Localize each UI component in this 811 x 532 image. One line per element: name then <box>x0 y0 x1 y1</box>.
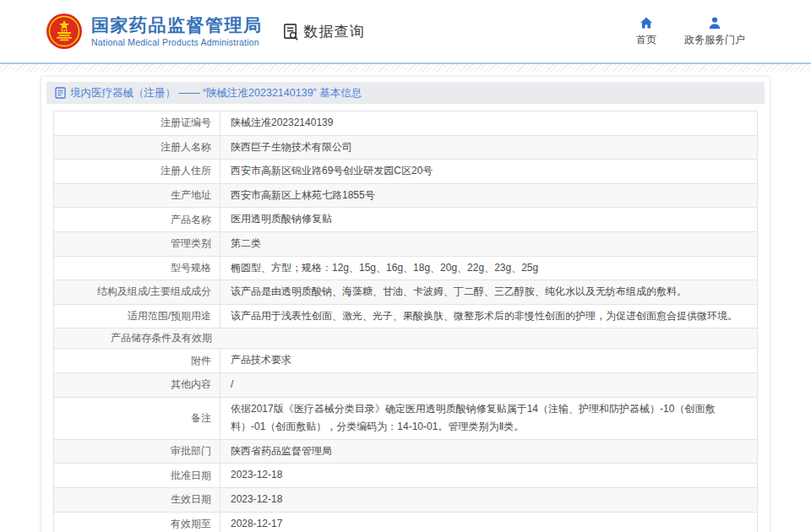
table-row-remark: 备注 依据2017版《医疗器械分类目录》确定医用透明质酸钠修复贴属于14（注输、… <box>54 398 757 440</box>
home-icon <box>640 16 653 30</box>
row-label: 注册人名称 <box>54 136 220 160</box>
row-label: 批准日期 <box>54 464 220 487</box>
org-name-en: National Medical Products Administration <box>91 37 263 47</box>
row-label: 结构及组成/主要组成成分 <box>54 280 220 304</box>
row-label: 附件 <box>54 349 220 372</box>
table-row: 其他内容 / <box>54 373 757 398</box>
table-row: 生效日期 2023-12-18 <box>54 488 757 513</box>
user-icon <box>708 16 721 30</box>
document-search-icon <box>281 22 301 41</box>
row-value: 西安市高新区上林苑七路1855号 <box>220 184 757 208</box>
row-value: 陕械注准20232140139 <box>220 111 757 135</box>
table-row: 批准日期 2023-12-18 <box>54 464 757 488</box>
row-value: / <box>220 373 757 397</box>
data-query-label: 数据查询 <box>304 22 365 41</box>
detail-card: 境内医疗器械（注册） —— “陕械注准20232140139” 基本信息 注册证… <box>41 76 770 532</box>
row-value: 2023-12-18 <box>220 488 757 512</box>
row-label: 备注 <box>54 398 220 439</box>
nav-gov-portal[interactable]: 政务服务门户 <box>684 16 745 47</box>
org-name-cn: 国家药品监督管理局 <box>91 15 263 35</box>
row-value <box>220 328 757 348</box>
document-icon <box>55 87 66 99</box>
header-nav: 首页 政务服务门户 <box>632 16 745 47</box>
row-value: 陕西巨子生物技术有限公司 <box>220 136 757 160</box>
row-value: 产品技术要求 <box>220 349 757 372</box>
table-row: 生产地址 西安市高新区上林苑七路1855号 <box>54 184 757 209</box>
page-title-bar: 境内医疗器械（注册） —— “陕械注准20232140139” 基本信息 <box>46 82 765 104</box>
row-label: 注册人住所 <box>54 160 220 183</box>
row-label: 管理类别 <box>54 232 220 256</box>
table-row: 注册人住所 西安市高新区锦业路69号创业研发园C区20号 <box>54 160 757 184</box>
row-value: 2023-12-18 <box>220 464 757 487</box>
table-row: 管理类别 第二类 <box>54 232 757 257</box>
site-header: 国家药品监督管理局 National Medical Products Admi… <box>0 0 811 62</box>
row-label: 其他内容 <box>54 373 220 397</box>
registration-info-table: 注册证编号 陕械注准20232140139 注册人名称 陕西巨子生物技术有限公司… <box>53 111 758 532</box>
org-title-block: 国家药品监督管理局 National Medical Products Admi… <box>91 15 263 47</box>
row-label: 型号规格 <box>54 257 220 280</box>
table-row: 审批部门 陕西省药品监督管理局 <box>54 440 757 464</box>
nav-home[interactable]: 首页 <box>632 16 661 47</box>
row-label: 产品储存条件及有效期 <box>54 328 220 348</box>
table-row: 注册证编号 陕械注准20232140139 <box>54 111 757 136</box>
row-value: 该产品是由透明质酸钠、海藻糖、甘油、卡波姆、丁二醇、三乙醇胺、纯化水以及无纺布组… <box>220 280 757 304</box>
table-row: 产品名称 医用透明质酸钠修复贴 <box>54 208 757 232</box>
row-value: 该产品用于浅表性创面、激光、光子、果酸换肤、微整形术后的非慢性创面的护理，为促进… <box>220 305 757 328</box>
table-row: 结构及组成/主要组成成分 该产品是由透明质酸钠、海藻糖、甘油、卡波姆、丁二醇、三… <box>54 280 757 305</box>
hatch-strip <box>0 64 811 72</box>
row-label: 有效期至 <box>54 513 220 532</box>
row-value: 依据2017版《医疗器械分类目录》确定医用透明质酸钠修复贴属于14（注输、护理和… <box>220 398 757 439</box>
row-label: 产品名称 <box>54 208 220 231</box>
row-label: 注册证编号 <box>54 111 220 135</box>
nav-gov-portal-label: 政务服务门户 <box>684 33 745 47</box>
row-label: 生产地址 <box>54 184 220 208</box>
table-row: 注册人名称 陕西巨子生物技术有限公司 <box>54 136 757 160</box>
nav-home-label: 首页 <box>636 33 656 47</box>
row-value: 第二类 <box>220 232 757 256</box>
table-row: 有效期至 2028-12-17 <box>54 513 757 532</box>
table-row: 型号规格 椭圆型、方型；规格：12g、15g、16g、18g、20g、22g、2… <box>54 257 757 281</box>
table-row: 适用范围/预期用途 该产品用于浅表性创面、激光、光子、果酸换肤、微整形术后的非慢… <box>54 305 757 329</box>
row-value: 陕西省药品监督管理局 <box>220 440 757 464</box>
row-label: 审批部门 <box>54 440 220 464</box>
row-value: 2028-12-17 <box>220 513 757 532</box>
page-title: 境内医疗器械（注册） —— “陕械注准20232140139” 基本信息 <box>70 86 362 100</box>
row-label: 生效日期 <box>54 488 220 512</box>
nmpa-emblem-logo[interactable] <box>46 14 82 49</box>
table-row: 附件 产品技术要求 <box>54 349 757 373</box>
data-query-nav[interactable]: 数据查询 <box>281 22 365 41</box>
table-row: 产品储存条件及有效期 <box>54 328 757 349</box>
row-value: 西安市高新区锦业路69号创业研发园C区20号 <box>220 160 757 183</box>
row-label: 适用范围/预期用途 <box>54 305 220 328</box>
row-value: 医用透明质酸钠修复贴 <box>220 208 757 231</box>
row-value: 椭圆型、方型；规格：12g、15g、16g、18g、20g、22g、23g、25… <box>220 257 757 280</box>
